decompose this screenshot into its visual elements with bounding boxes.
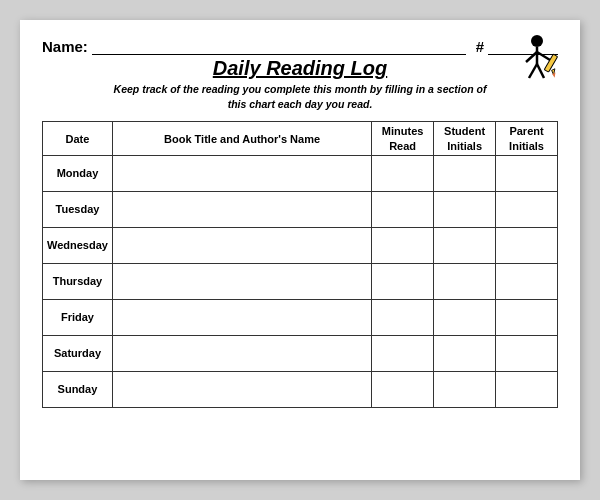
parent-initials-cell bbox=[496, 299, 558, 335]
student-initials-cell bbox=[434, 191, 496, 227]
table-row: Saturday bbox=[43, 335, 558, 371]
minutes-cell bbox=[372, 155, 434, 191]
svg-line-5 bbox=[537, 64, 544, 78]
col-header-minutes: MinutesRead bbox=[372, 122, 434, 156]
day-cell: Friday bbox=[43, 299, 113, 335]
hash-symbol: # bbox=[476, 38, 484, 55]
student-initials-cell bbox=[434, 371, 496, 407]
book-cell bbox=[112, 227, 371, 263]
name-line: Name: # bbox=[42, 38, 558, 55]
book-cell bbox=[112, 191, 371, 227]
day-cell: Tuesday bbox=[43, 191, 113, 227]
parent-initials-cell bbox=[496, 191, 558, 227]
col-header-student: StudentInitials bbox=[434, 122, 496, 156]
table-row: Friday bbox=[43, 299, 558, 335]
table-header-row: Date Book Title and Author's Name Minute… bbox=[43, 122, 558, 156]
col-header-parent: ParentInitials bbox=[496, 122, 558, 156]
book-cell bbox=[112, 299, 371, 335]
svg-line-2 bbox=[526, 52, 537, 62]
col-header-book: Book Title and Author's Name bbox=[112, 122, 371, 156]
table-row: Thursday bbox=[43, 263, 558, 299]
student-initials-cell bbox=[434, 227, 496, 263]
minutes-cell bbox=[372, 335, 434, 371]
svg-point-0 bbox=[531, 35, 543, 47]
student-initials-cell bbox=[434, 299, 496, 335]
svg-line-3 bbox=[537, 52, 550, 60]
book-cell bbox=[112, 371, 371, 407]
day-cell: Monday bbox=[43, 155, 113, 191]
parent-initials-cell bbox=[496, 263, 558, 299]
book-cell bbox=[112, 263, 371, 299]
reading-figure bbox=[516, 34, 558, 86]
day-cell: Saturday bbox=[43, 335, 113, 371]
student-initials-cell bbox=[434, 335, 496, 371]
svg-line-4 bbox=[529, 64, 537, 78]
table-row: Monday bbox=[43, 155, 558, 191]
header-area: Name: # bbox=[42, 38, 558, 55]
page-title: Daily Reading Log bbox=[42, 57, 558, 80]
reading-log-table: Date Book Title and Author's Name Minute… bbox=[42, 121, 558, 408]
name-underline-field bbox=[92, 39, 466, 55]
parent-initials-cell bbox=[496, 227, 558, 263]
table-row: Tuesday bbox=[43, 191, 558, 227]
day-cell: Thursday bbox=[43, 263, 113, 299]
book-cell bbox=[112, 335, 371, 371]
name-label: Name: bbox=[42, 38, 88, 55]
day-cell: Sunday bbox=[43, 371, 113, 407]
minutes-cell bbox=[372, 191, 434, 227]
page: Name: # bbox=[20, 20, 580, 480]
page-subtitle: Keep track of the reading you complete t… bbox=[42, 82, 558, 111]
minutes-cell bbox=[372, 371, 434, 407]
parent-initials-cell bbox=[496, 155, 558, 191]
table-row: Wednesday bbox=[43, 227, 558, 263]
minutes-cell bbox=[372, 263, 434, 299]
parent-initials-cell bbox=[496, 371, 558, 407]
table-row: Sunday bbox=[43, 371, 558, 407]
day-cell: Wednesday bbox=[43, 227, 113, 263]
col-header-date: Date bbox=[43, 122, 113, 156]
parent-initials-cell bbox=[496, 335, 558, 371]
student-initials-cell bbox=[434, 263, 496, 299]
minutes-cell bbox=[372, 299, 434, 335]
student-initials-cell bbox=[434, 155, 496, 191]
book-cell bbox=[112, 155, 371, 191]
minutes-cell bbox=[372, 227, 434, 263]
